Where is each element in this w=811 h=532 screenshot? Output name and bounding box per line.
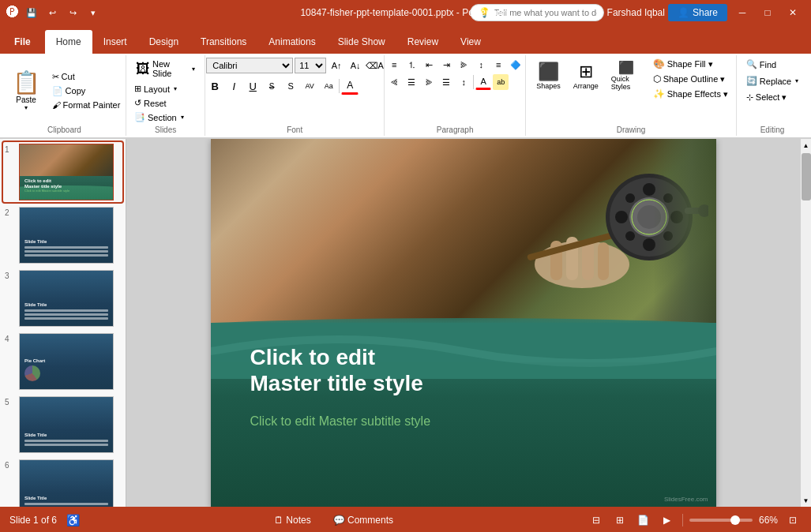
- customize-qat-button[interactable]: ▾: [85, 5, 101, 21]
- comments-button[interactable]: 💬 Comments: [329, 513, 398, 527]
- arrange-button[interactable]: ⊞ Arrange: [568, 58, 604, 93]
- bullets-button[interactable]: ≡: [386, 57, 402, 73]
- new-slide-button[interactable]: 🖼 New Slide ▾: [131, 57, 200, 81]
- select-button[interactable]: ⊹ Select ▾: [742, 90, 792, 105]
- smartart-button[interactable]: 🔷: [508, 57, 524, 73]
- shapes-button[interactable]: ⬛ Shapes: [531, 58, 566, 93]
- quick-styles-icon: ⬛: [618, 60, 634, 75]
- shape-outline-button[interactable]: ⬡ Shape Outline ▾: [650, 72, 731, 86]
- reset-button[interactable]: ↺ Reset: [131, 96, 187, 110]
- editing-group-label: Editing: [760, 124, 785, 134]
- slide-thumb-2[interactable]: 2 Slide Title: [3, 205, 122, 265]
- center-button[interactable]: ☰: [404, 74, 419, 90]
- drawing-actions: 🎨 Shape Fill ▾ ⬡ Shape Outline ▾ ✨ Shape…: [650, 57, 731, 101]
- slide-thumb-4[interactable]: 4 Pie Chart: [3, 332, 122, 392]
- align-left-button[interactable]: ⫷: [386, 74, 402, 90]
- vertical-scrollbar[interactable]: ▲ ▼: [800, 139, 811, 507]
- svg-point-16: [625, 231, 635, 241]
- clear-formatting-button[interactable]: ⌫A: [366, 57, 383, 74]
- fit-slide-button[interactable]: ⊡: [784, 511, 802, 529]
- scroll-down-button[interactable]: ▼: [801, 494, 812, 507]
- align-right-button[interactable]: ⫸: [421, 74, 437, 90]
- save-qat-button[interactable]: 💾: [24, 5, 39, 21]
- shadow-button[interactable]: S: [282, 77, 299, 95]
- status-separator: [682, 514, 683, 526]
- strikethrough-button[interactable]: S: [263, 77, 280, 95]
- redo-qat-button[interactable]: ↪: [65, 5, 81, 21]
- share-button[interactable]: 👤 Share: [668, 4, 727, 21]
- text-direction-button[interactable]: ↕: [473, 57, 489, 73]
- tab-file[interactable]: File: [3, 30, 42, 54]
- tab-slideshow[interactable]: Slide Show: [327, 30, 396, 54]
- separator2: [473, 75, 474, 89]
- font-row-2: B I U S S AV Aa A: [206, 77, 359, 95]
- font-size-select[interactable]: 11: [295, 58, 326, 73]
- slide-thumb-1[interactable]: 1 Click to editMaster title style Click …: [3, 142, 122, 202]
- section-button[interactable]: 📑 Section ▾: [131, 111, 187, 124]
- numbering-button[interactable]: ⒈: [404, 57, 419, 73]
- layout-button[interactable]: ⊞ Layout ▾: [131, 82, 187, 96]
- copy-button[interactable]: 📄 Copy: [49, 84, 124, 98]
- select-icon: ⊹: [746, 92, 753, 103]
- scroll-thumb[interactable]: [802, 153, 811, 200]
- font-color2-button[interactable]: A: [475, 74, 491, 90]
- zoom-handle[interactable]: [730, 515, 740, 525]
- columns-button[interactable]: ⫸: [456, 57, 471, 73]
- bold-button[interactable]: B: [206, 77, 223, 95]
- font-color-button[interactable]: A: [341, 77, 359, 95]
- font-decrease-button[interactable]: A↓: [347, 57, 364, 74]
- find-button[interactable]: 🔍 Find: [742, 57, 781, 72]
- tab-design[interactable]: Design: [138, 30, 190, 54]
- svg-point-14: [625, 193, 635, 203]
- slide-info: Slide 1 of 6: [9, 515, 57, 526]
- slide-thumb-3[interactable]: 3 Slide Title: [3, 268, 122, 328]
- decrease-indent-button[interactable]: ⇤: [421, 57, 437, 73]
- undo-qat-button[interactable]: ↩: [44, 5, 60, 21]
- italic-button[interactable]: I: [225, 77, 242, 95]
- tab-home[interactable]: Home: [45, 30, 92, 54]
- quick-styles-button[interactable]: ⬛ Quick Styles: [606, 57, 647, 94]
- tab-transitions[interactable]: Transitions: [190, 30, 257, 54]
- font-family-select[interactable]: Calibri: [206, 58, 293, 73]
- replace-button[interactable]: 🔄 Replace ▾: [742, 73, 803, 88]
- maximize-button[interactable]: □: [756, 2, 779, 24]
- scroll-up-button[interactable]: ▲: [801, 139, 812, 152]
- underline-button[interactable]: U: [244, 77, 261, 95]
- slideshow-view-button[interactable]: ▶: [659, 511, 676, 529]
- slide-canvas[interactable]: Click to edit Master title style Click t…: [211, 139, 716, 507]
- format-painter-button[interactable]: 🖌 Format Painter: [49, 99, 124, 111]
- slide-panel: 1 Click to editMaster title style Click …: [0, 139, 126, 507]
- tab-view[interactable]: View: [449, 30, 492, 54]
- align-text-button[interactable]: ≡: [490, 57, 506, 73]
- change-case-button[interactable]: Aa: [320, 77, 337, 95]
- tab-review[interactable]: Review: [396, 30, 449, 54]
- font-increase-button[interactable]: A↑: [328, 57, 345, 74]
- tab-animations[interactable]: Animations: [257, 30, 326, 54]
- slide-num-1: 1: [5, 144, 16, 154]
- normal-view-button[interactable]: ⊟: [588, 511, 605, 529]
- thumb-title-5: Slide Title: [24, 433, 108, 438]
- shape-fill-button[interactable]: 🎨 Shape Fill ▾: [650, 57, 731, 71]
- char-spacing-button[interactable]: AV: [301, 77, 318, 95]
- slide-num-3: 3: [5, 270, 16, 280]
- notes-button[interactable]: 🗒 Notes: [269, 513, 316, 527]
- cut-button[interactable]: ✂ Cut: [49, 70, 124, 84]
- slide-sorter-button[interactable]: ⊞: [611, 511, 629, 529]
- paste-button[interactable]: 📋 Paste ▾: [6, 66, 47, 115]
- line-spacing-button[interactable]: ↕: [456, 74, 471, 90]
- slide-title[interactable]: Click to edit Master title style: [250, 344, 423, 397]
- minimize-button[interactable]: ─: [730, 2, 754, 24]
- slide-thumb-6[interactable]: 6 Slide Title: [3, 458, 122, 507]
- tab-insert[interactable]: Insert: [92, 30, 138, 54]
- thumb-title-1: Click to editMaster title style: [24, 178, 108, 189]
- close-button[interactable]: ✕: [781, 2, 805, 24]
- replace-icon: 🔄: [746, 76, 757, 86]
- justify-button[interactable]: ☰: [438, 74, 454, 90]
- slide-subtitle[interactable]: Click to edit Master subtitle style: [250, 414, 431, 429]
- reading-view-button[interactable]: 📄: [635, 511, 652, 529]
- zoom-slider[interactable]: [689, 519, 753, 522]
- increase-indent-button[interactable]: ⇥: [438, 57, 454, 73]
- slide-thumb-5[interactable]: 5 Slide Title: [3, 395, 122, 455]
- text-highlight-button[interactable]: ab: [493, 74, 509, 90]
- shape-effects-button[interactable]: ✨ Shape Effects ▾: [650, 87, 731, 101]
